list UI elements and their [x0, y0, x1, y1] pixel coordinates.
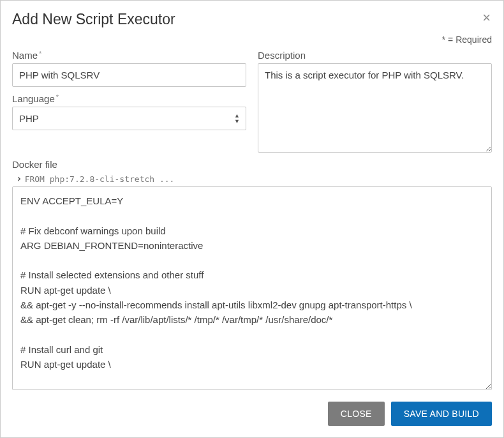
col-left: Name* Language* PHP ▲▼ [12, 50, 246, 153]
field-group-language: Language* PHP ▲▼ [12, 93, 246, 130]
asterisk-icon: * [39, 50, 41, 57]
dockerfile-fold-preview: FROM php:7.2.8-cli-stretch ... [25, 174, 175, 184]
close-icon[interactable]: × [481, 11, 492, 25]
language-select-wrap: PHP ▲▼ [12, 107, 246, 130]
close-button[interactable]: CLOSE [328, 402, 385, 426]
required-note: * = Required [12, 34, 492, 45]
form-row-top: Name* Language* PHP ▲▼ Description [12, 50, 492, 153]
chevron-right-icon: › [16, 174, 22, 184]
modal-title: Add New Script Executor [12, 11, 175, 28]
field-group-description: Description [258, 50, 492, 153]
modal-header: Add New Script Executor × [12, 11, 492, 28]
asterisk-icon: * [56, 93, 59, 101]
description-label: Description [258, 50, 492, 61]
modal-footer: CLOSE SAVE AND BUILD [12, 402, 492, 426]
dockerfile-section: Docker file › FROM php:7.2.8-cli-stretch… [12, 159, 492, 390]
name-input[interactable] [12, 63, 246, 87]
modal-add-script-executor: Add New Script Executor × * = Required N… [0, 0, 504, 438]
language-select[interactable]: PHP [12, 107, 246, 130]
field-group-name: Name* [12, 50, 246, 87]
dockerfile-textarea[interactable] [12, 186, 492, 390]
save-and-build-button[interactable]: SAVE AND BUILD [391, 402, 492, 426]
dockerfile-label: Docker file [12, 159, 492, 170]
language-label: Language* [12, 93, 246, 104]
dockerfile-fold-toggle[interactable]: › FROM php:7.2.8-cli-stretch ... [16, 174, 492, 184]
name-label: Name* [12, 50, 246, 61]
description-textarea[interactable] [258, 63, 492, 153]
col-right: Description [258, 50, 492, 153]
